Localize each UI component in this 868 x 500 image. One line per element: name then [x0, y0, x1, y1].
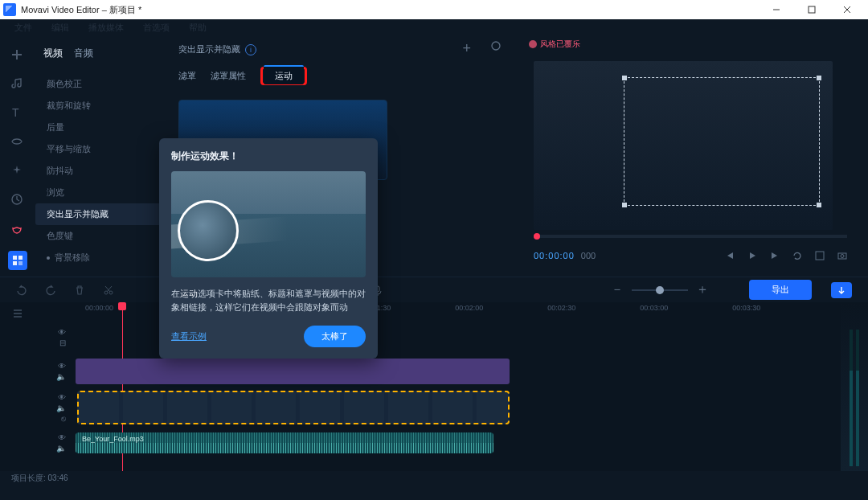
- window-title: Movavi Video Editor – 新项目 *: [21, 4, 141, 16]
- link-icon[interactable]: ⎋: [61, 414, 66, 423]
- player-scrub-head[interactable]: [534, 233, 540, 240]
- ai-tools-icon[interactable]: [8, 251, 27, 270]
- eye-icon[interactable]: 👁: [58, 328, 66, 337]
- zoom-in-icon[interactable]: ＋: [696, 281, 709, 298]
- snapshot-icon[interactable]: [837, 251, 847, 260]
- audio-clip[interactable]: Be_Your_Fool.mp3: [76, 432, 493, 453]
- overlay-warning: 风格已覆乐: [529, 39, 580, 50]
- export-dropdown-button[interactable]: [831, 282, 852, 298]
- play-icon[interactable]: [747, 251, 757, 260]
- info-icon[interactable]: i: [245, 44, 256, 55]
- loop-icon[interactable]: [792, 251, 802, 260]
- window-close-button[interactable]: [829, 0, 865, 19]
- category-item[interactable]: 平移与缩放: [35, 138, 164, 160]
- popover-image: [171, 171, 366, 277]
- menu-bar: 文件 编辑 播放媒体 首选项 帮助: [0, 19, 868, 35]
- cut-icon[interactable]: [103, 285, 114, 296]
- ruler-mark: 00:02:00: [455, 304, 483, 318]
- handle-icon[interactable]: [622, 76, 627, 80]
- transitions-icon[interactable]: [10, 193, 25, 207]
- effects-icon[interactable]: [10, 164, 25, 178]
- lock-icon[interactable]: ⊟: [59, 338, 66, 347]
- track-overlay: 👁⊟: [35, 323, 841, 352]
- video-clip[interactable]: [77, 391, 510, 424]
- mute-icon[interactable]: 🔈: [56, 444, 66, 453]
- ruler-mark: 00:02:30: [547, 304, 575, 318]
- category-item-active[interactable]: 突出显示并隐藏: [35, 203, 164, 225]
- video-player[interactable]: [534, 61, 833, 230]
- status-bar: 项目长度: 03:46: [0, 471, 868, 487]
- menu-item[interactable]: 首选项: [143, 22, 170, 34]
- overlay-clip[interactable]: [76, 359, 510, 384]
- track-settings-icon[interactable]: [12, 307, 23, 318]
- category-item[interactable]: 背景移除: [35, 247, 164, 268]
- selection-frame[interactable]: [624, 77, 820, 206]
- next-frame-icon[interactable]: [770, 251, 780, 260]
- category-item[interactable]: 防抖动: [35, 160, 164, 182]
- category-item[interactable]: 浏览: [35, 182, 164, 203]
- app-logo-icon: [3, 3, 16, 16]
- add-media-icon[interactable]: +: [462, 40, 471, 57]
- menu-item[interactable]: 编辑: [51, 22, 69, 34]
- ruler-mark: 00:00:00: [85, 304, 113, 318]
- track-video: 👁🔈⎋: [35, 391, 841, 424]
- category-item[interactable]: 后量: [35, 117, 164, 138]
- tab-motion-highlighted[interactable]: 运动: [260, 67, 307, 85]
- tool-row: － ＋ 导出: [0, 277, 868, 302]
- tracking-circle-icon: [178, 200, 239, 261]
- popover-example-link[interactable]: 查看示例: [171, 330, 207, 342]
- preview-panel: 风格已覆乐 00:00:00 000: [522, 35, 868, 277]
- handle-icon[interactable]: [817, 76, 821, 80]
- ruler-mark: 00:03:00: [640, 304, 668, 318]
- fullscreen-icon[interactable]: [815, 251, 825, 260]
- tab-mask[interactable]: 滤罩: [178, 70, 196, 82]
- stickers-icon[interactable]: [10, 135, 25, 150]
- eye-icon[interactable]: 👁: [58, 433, 66, 442]
- panel-head: 视频 音频: [35, 42, 164, 65]
- prev-frame-icon[interactable]: [725, 251, 735, 260]
- dot-icon: [47, 256, 50, 260]
- category-item[interactable]: 色度键: [35, 225, 164, 247]
- svg-text:T: T: [12, 106, 19, 119]
- zoom-out-icon[interactable]: －: [611, 281, 624, 298]
- eye-icon[interactable]: 👁: [58, 393, 66, 402]
- window-maximize-button[interactable]: [794, 0, 829, 19]
- eye-icon[interactable]: 👁: [58, 362, 66, 371]
- timeline-left-controls: [0, 302, 35, 471]
- window-minimize-button[interactable]: [759, 0, 794, 19]
- mute-icon[interactable]: 🔈: [56, 372, 66, 381]
- svg-point-10: [492, 42, 500, 50]
- track-title-overlay: 👁🔈: [35, 357, 841, 386]
- music-icon[interactable]: [10, 77, 25, 92]
- menu-item[interactable]: 文件: [14, 22, 32, 34]
- content-tabs: 滤罩 滤罩属性 运动: [178, 67, 508, 85]
- time-ruler[interactable]: 00:00:00 00:00:30 00:01:00 00:01:30 00:0…: [35, 304, 841, 318]
- svg-rect-6: [13, 256, 17, 260]
- panel-tab-audio[interactable]: 音频: [74, 47, 93, 60]
- playhead-handle-icon[interactable]: [118, 302, 126, 310]
- category-item[interactable]: 颜色校正: [35, 73, 164, 95]
- menu-item[interactable]: 帮助: [189, 22, 207, 34]
- handle-icon[interactable]: [817, 203, 821, 207]
- delete-icon[interactable]: [74, 285, 85, 296]
- settings-small-icon[interactable]: [490, 40, 502, 57]
- menu-item[interactable]: 播放媒体: [88, 22, 124, 34]
- popover-ok-button[interactable]: 太棒了: [304, 326, 366, 347]
- handle-icon[interactable]: [622, 203, 627, 207]
- text-icon[interactable]: T: [10, 106, 25, 121]
- timeline-body[interactable]: 00:00:00 00:00:30 00:01:00 00:01:30 00:0…: [35, 302, 841, 471]
- export-button[interactable]: 导出: [749, 280, 812, 300]
- add-icon[interactable]: [10, 48, 25, 63]
- mute-icon[interactable]: 🔈: [56, 404, 66, 412]
- tab-slideshow[interactable]: 滤罩属性: [211, 70, 246, 82]
- undo-icon[interactable]: [16, 285, 27, 296]
- audio-clip-label: Be_Your_Fool.mp3: [82, 435, 144, 443]
- content-heading-text: 突出显示并隐藏: [178, 43, 240, 55]
- more-tools-icon[interactable]: [10, 222, 25, 236]
- ruler-mark: 00:03:30: [732, 304, 760, 318]
- zoom-slider[interactable]: [632, 289, 688, 291]
- category-item[interactable]: 裁剪和旋转: [35, 95, 164, 117]
- category-panel: 视频 音频 颜色校正 裁剪和旋转 后量 平移与缩放 防抖动 浏览 突出显示并隐藏…: [35, 35, 164, 277]
- panel-tab-video[interactable]: 视频: [43, 47, 63, 60]
- redo-icon[interactable]: [45, 285, 56, 296]
